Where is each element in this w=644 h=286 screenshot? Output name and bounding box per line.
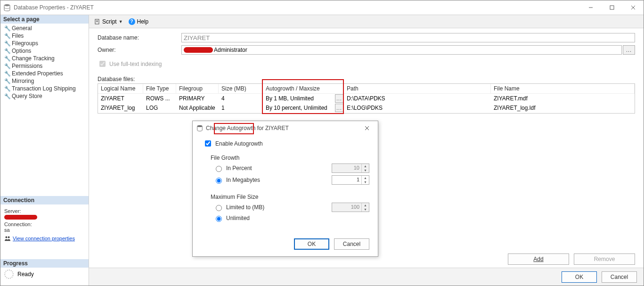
sidebar: Select a page 🔧General 🔧Files 🔧Filegroup… <box>0 15 89 286</box>
dialog-close-button[interactable] <box>360 121 374 135</box>
col-size[interactable]: Size (MB) <box>219 84 263 94</box>
grid-header: Logical Name File Type Filegroup Size (M… <box>98 84 635 94</box>
select-page-header: Select a page <box>0 15 89 24</box>
col-logical-name[interactable]: Logical Name <box>98 84 143 94</box>
page-permissions[interactable]: 🔧Permissions <box>0 62 89 70</box>
page-extended-properties[interactable]: 🔧Extended Properties <box>0 70 89 77</box>
owner-value-redacted <box>184 47 213 53</box>
unlimited-radio[interactable] <box>216 216 222 222</box>
database-icon <box>196 125 203 131</box>
max-file-size-label: Maximum File Size <box>211 194 369 200</box>
window-title: Database Properties - ZIYARET <box>14 4 580 11</box>
table-row[interactable]: ZIYARET ROWS ... PRIMARY 4 By 1 MB, Unli… <box>98 94 635 103</box>
people-icon <box>4 236 11 241</box>
col-file-type[interactable]: File Type <box>143 84 176 94</box>
svg-rect-2 <box>610 6 614 9</box>
fulltext-label: Use full-text indexing <box>109 61 162 67</box>
svg-point-10 <box>197 125 203 127</box>
progress-status: Ready <box>17 271 34 278</box>
wrench-icon: 🔧 <box>4 56 10 62</box>
wrench-icon: 🔧 <box>4 48 10 54</box>
connection-label: Connection: <box>4 221 85 227</box>
wrench-icon: 🔧 <box>4 86 10 92</box>
script-button[interactable]: Script ▼ <box>93 17 125 26</box>
page-options[interactable]: 🔧Options <box>0 47 89 55</box>
spinner-arrows-icon: ▲▼ <box>361 203 369 212</box>
connection-header: Connection <box>0 196 89 204</box>
limited-to-radio[interactable] <box>216 205 222 211</box>
dialog-titlebar: Change Autogrowth for ZIYARET <box>193 121 378 135</box>
page-filegroups[interactable]: 🔧Filegroups <box>0 40 89 47</box>
limited-to-label: Limited to (MB) <box>226 204 329 211</box>
col-path[interactable]: Path <box>344 84 491 94</box>
cancel-button[interactable]: Cancel <box>602 271 637 283</box>
page-mirroring[interactable]: 🔧Mirroring <box>0 77 89 85</box>
enable-autogrowth-checkbox[interactable] <box>205 140 211 147</box>
owner-input[interactable]: Administrator <box>181 45 622 55</box>
ok-button[interactable]: OK <box>562 271 597 283</box>
view-connection-properties-link[interactable]: View connection properties <box>13 236 75 241</box>
owner-value-suffix: Administrator <box>214 47 247 53</box>
page-list: 🔧General 🔧Files 🔧Filegroups 🔧Options 🔧Ch… <box>0 24 89 102</box>
svg-point-5 <box>5 236 7 238</box>
in-percent-radio[interactable] <box>216 166 222 172</box>
help-button[interactable]: ? Help <box>127 17 151 26</box>
database-icon <box>3 4 11 11</box>
progress-header: Progress <box>0 259 89 268</box>
autogrowth-edit-button[interactable]: ... <box>335 94 343 103</box>
close-button[interactable] <box>622 0 644 15</box>
svg-point-6 <box>8 236 10 238</box>
minimize-button[interactable] <box>580 0 601 15</box>
limited-spinner: 100 ▲▼ <box>332 203 369 212</box>
wrench-icon: 🔧 <box>4 78 10 84</box>
in-megabytes-radio[interactable] <box>216 178 222 184</box>
connection-value: sa <box>4 227 85 233</box>
db-name-label: Database name: <box>98 34 181 41</box>
table-row[interactable]: ZIYARET_log LOG Not Applicable 1 By 10 p… <box>98 103 635 113</box>
svg-point-0 <box>4 4 10 6</box>
fulltext-checkbox <box>99 61 106 67</box>
db-properties-window: Database Properties - ZIYARET Select a p… <box>0 0 644 286</box>
dialog-title: Change Autogrowth for ZIYARET <box>206 125 360 131</box>
owner-label: Owner: <box>98 47 181 53</box>
megabytes-spinner[interactable]: 1 ▲▼ <box>332 175 369 185</box>
db-files-grid[interactable]: Logical Name File Type Filegroup Size (M… <box>98 83 635 114</box>
owner-browse-button[interactable]: ... <box>623 45 635 55</box>
progress-spinner-icon <box>4 270 14 279</box>
server-label: Server: <box>4 208 85 214</box>
unlimited-label: Unlimited <box>226 215 369 221</box>
dialog-footer: OK Cancel <box>89 268 644 286</box>
db-name-input <box>181 33 635 42</box>
col-filename[interactable]: File Name <box>491 84 635 94</box>
dialog-ok-button[interactable]: OK <box>294 238 329 250</box>
change-autogrowth-dialog: Change Autogrowth for ZIYARET Enable Aut… <box>192 121 378 257</box>
percent-spinner: 10 ▲▼ <box>332 163 369 173</box>
wrench-icon: 🔧 <box>4 33 10 39</box>
db-files-label: Database files: <box>98 76 635 82</box>
page-change-tracking[interactable]: 🔧Change Tracking <box>0 55 89 62</box>
col-autogrowth[interactable]: Autogrowth / Maxsize <box>263 84 334 94</box>
file-growth-label: File Growth <box>211 155 369 161</box>
connection-block: Server: Connection: sa View connection p… <box>0 204 89 245</box>
page-tlog-shipping[interactable]: 🔧Transaction Log Shipping <box>0 85 89 92</box>
autogrowth-edit-button[interactable]: ... <box>335 104 343 112</box>
page-general[interactable]: 🔧General <box>0 25 89 32</box>
wrench-icon: 🔧 <box>4 63 10 69</box>
help-icon: ? <box>129 18 135 25</box>
wrench-icon: 🔧 <box>4 71 10 77</box>
wrench-icon: 🔧 <box>4 93 10 99</box>
server-value-redacted <box>4 215 37 220</box>
remove-button: Remove <box>574 253 635 265</box>
page-query-store[interactable]: 🔧Query Store <box>0 92 89 100</box>
spinner-arrows-icon: ▲▼ <box>361 164 369 172</box>
toolbar: Script ▼ ? Help <box>89 15 644 28</box>
maximize-button[interactable] <box>601 0 622 15</box>
spinner-arrows-icon[interactable]: ▲▼ <box>361 176 369 184</box>
in-percent-label: In Percent <box>226 165 329 172</box>
dialog-cancel-button[interactable]: Cancel <box>334 238 369 250</box>
wrench-icon: 🔧 <box>4 25 10 32</box>
col-filegroup[interactable]: Filegroup <box>176 84 219 94</box>
page-files[interactable]: 🔧Files <box>0 32 89 40</box>
add-button[interactable]: Add <box>508 253 569 265</box>
script-icon <box>95 19 100 25</box>
